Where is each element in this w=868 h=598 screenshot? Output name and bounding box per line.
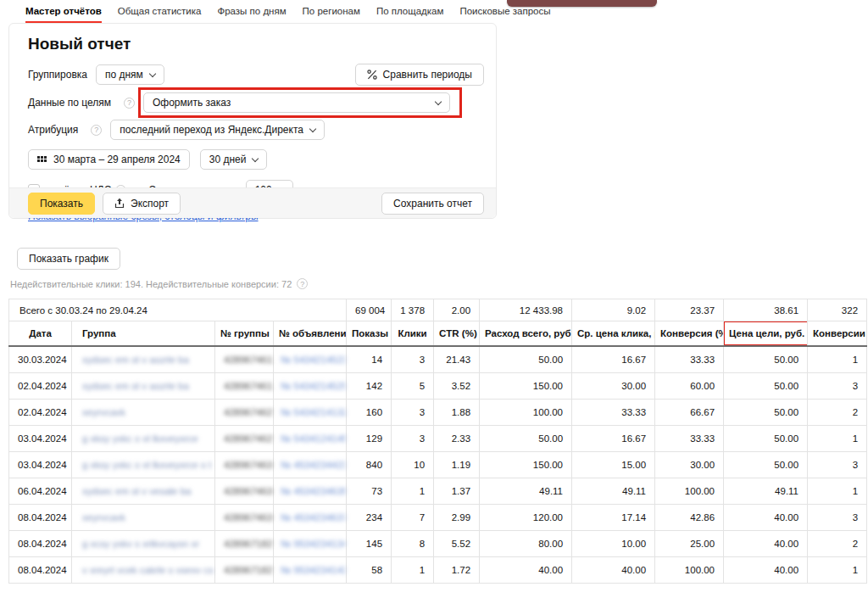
cell-metric: 33.33: [572, 399, 655, 425]
cell-metric: 5: [392, 372, 434, 399]
summary-cell: 38.61: [724, 299, 808, 321]
export-button[interactable]: Экспорт: [103, 193, 181, 215]
cell-metric: 17.14: [572, 504, 655, 530]
help-icon[interactable]: ?: [91, 125, 102, 136]
summary-cell: 9.02: [572, 299, 655, 321]
cell-date: 06.04.2024: [9, 478, 72, 504]
tab-0[interactable]: Мастер отчётов: [25, 6, 102, 23]
cell-ad-id-link[interactable]: № 5434214523: [274, 346, 347, 372]
show-button[interactable]: Показать: [28, 193, 95, 215]
cell-group-link[interactable]: g xksy yxkc s vt lkxveyxrce s t: [72, 451, 215, 478]
cell-metric: 2: [808, 399, 867, 425]
cell-ad-id-link[interactable]: № 5434124145: [274, 425, 347, 451]
cell-date: 08.04.2024: [9, 530, 72, 556]
cell-ad-id-link[interactable]: № 9534234134: [274, 530, 347, 556]
tab-1[interactable]: Общая статистика: [118, 6, 202, 23]
cell-metric: 50.00: [480, 346, 572, 372]
table-row: 03.04.2024g xksy yxkc s vt lkxveyxrce428…: [9, 425, 867, 451]
tab-2[interactable]: Фразы по дням: [217, 6, 286, 23]
tabs: Мастер отчётовОбщая статистикаФразы по д…: [25, 6, 550, 23]
cell-metric: 1.88: [434, 399, 480, 425]
cell-metric: 1: [392, 478, 434, 504]
summary-cell: 1 378: [392, 299, 434, 321]
cell-metric: 40.00: [480, 556, 572, 583]
cell-group-link[interactable]: v xreyrt vcek cakrle s vsexv cs ca rv xr…: [72, 556, 215, 583]
card-footer: Показать Экспорт Сохранить отчет: [9, 187, 496, 218]
column-header-1[interactable]: Группа: [72, 321, 215, 347]
cell-ad-id-link[interactable]: № 5434214132: [274, 399, 347, 425]
cell-group-id: 4289674611: [215, 372, 274, 399]
goals-select[interactable]: Оформить заказ: [143, 92, 450, 113]
cell-group-link[interactable]: xydsec em st v vesale ba: [72, 478, 215, 504]
column-header-3[interactable]: № объявления: [274, 321, 347, 347]
cell-metric: 8: [392, 530, 434, 556]
cell-date: 08.04.2024: [9, 556, 72, 583]
cell-ad-id-link[interactable]: № 4534234635: [274, 478, 347, 504]
cell-metric: 40.00: [724, 504, 808, 530]
grouping-select[interactable]: по дням: [96, 64, 164, 85]
column-header-4[interactable]: Показы: [347, 321, 392, 347]
summary-cell: 12 433.98: [480, 299, 572, 321]
summary-cell: 69 004: [347, 299, 392, 321]
page-title: Новый отчет: [28, 35, 496, 53]
summary-cell: 23.37: [655, 299, 724, 321]
cell-group-link[interactable]: xeyrvcavk: [72, 504, 215, 530]
cell-metric: 58: [347, 556, 392, 583]
column-header-2[interactable]: № группы: [215, 321, 274, 347]
column-header-7[interactable]: Расход всего, руб.: [480, 321, 572, 347]
cell-metric: 25.00: [655, 530, 724, 556]
tab-5[interactable]: Поисковые запросы: [459, 6, 550, 23]
save-report-button[interactable]: Сохранить отчет: [381, 193, 484, 215]
cell-group-link[interactable]: xydsec em st v aszrle ba: [72, 372, 215, 399]
cell-ad-id-link[interactable]: № 4534234637: [274, 504, 347, 530]
help-icon[interactable]: ?: [124, 98, 135, 109]
cell-metric: 16.67: [572, 425, 655, 451]
cell-metric: 49.11: [572, 478, 655, 504]
report-table-wrap: Всего с 30.03.24 по 29.04.24 69 0041 378…: [8, 299, 866, 584]
cell-group-link[interactable]: xeyrvcavk: [72, 399, 215, 425]
column-header-5[interactable]: Клики: [392, 321, 434, 347]
cell-ad-id-link[interactable]: № 5434214529: [274, 372, 347, 399]
tab-4[interactable]: По площадкам: [376, 6, 443, 23]
cell-metric: 50.00: [724, 346, 808, 372]
column-header-label: Показы: [352, 328, 388, 338]
cell-group-id: 4289671823: [215, 530, 274, 556]
cell-metric: 100.00: [480, 399, 572, 425]
attribution-select[interactable]: последний переход из Яндекс.Директа: [110, 120, 325, 140]
cell-date: 08.04.2024: [9, 504, 72, 530]
cell-group-link[interactable]: g xcsy yxkv s xrtkvcaysn xr: [72, 530, 215, 556]
cell-metric: 40.00: [572, 556, 655, 583]
cell-metric: 40.00: [724, 556, 808, 583]
cell-metric: 150.00: [480, 451, 572, 478]
cell-ad-id-link[interactable]: № 4534234423: [274, 451, 347, 478]
calendar-grid-icon: [37, 154, 47, 165]
cell-group-link[interactable]: xydsec em st v aszrle ba: [72, 346, 215, 372]
date-preset-select[interactable]: 30 дней: [200, 149, 268, 170]
column-header-label: Ср. цена клика, руб.: [577, 328, 655, 338]
column-header-9[interactable]: Конверсия (%): [655, 321, 724, 347]
cell-ad-id-link[interactable]: № 9534234143: [274, 556, 347, 583]
table-row: 08.04.2024g xcsy yxkv s xrtkvcaysn xr428…: [9, 530, 867, 556]
date-range-button[interactable]: 30 марта – 29 апреля 2024: [28, 149, 190, 170]
compare-periods-button[interactable]: Сравнить периоды: [355, 64, 484, 86]
grouping-label: Группировка: [28, 69, 87, 81]
column-header-label: Конверсии: [813, 328, 865, 338]
cell-metric: 120.00: [480, 504, 572, 530]
cell-date: 03.04.2024: [9, 451, 72, 478]
column-header-10[interactable]: Цена цели, руб.▼: [724, 321, 808, 347]
cell-group-link[interactable]: g xksy yxkc s vt lkxveyxrce: [72, 425, 215, 451]
column-header-6[interactable]: CTR (%): [434, 321, 480, 347]
cell-metric: 1: [808, 346, 867, 372]
column-header-8[interactable]: Ср. цена клика, руб.: [572, 321, 655, 347]
cell-metric: 1.37: [434, 478, 480, 504]
tab-3[interactable]: По регионам: [303, 6, 360, 23]
column-header-0[interactable]: Дата: [9, 321, 72, 347]
show-chart-button[interactable]: Показать график: [17, 248, 120, 270]
help-icon[interactable]: ?: [297, 278, 308, 289]
cell-group-id: 4289674638: [215, 451, 274, 478]
table-row: 02.04.2024xeyrvcavk4289674627№ 543421413…: [9, 399, 867, 425]
cell-metric: 60.00: [655, 372, 724, 399]
column-header-11[interactable]: Конверсии: [808, 321, 867, 347]
chevron-down-icon: [252, 154, 259, 161]
column-header-label: Группа: [82, 328, 116, 338]
